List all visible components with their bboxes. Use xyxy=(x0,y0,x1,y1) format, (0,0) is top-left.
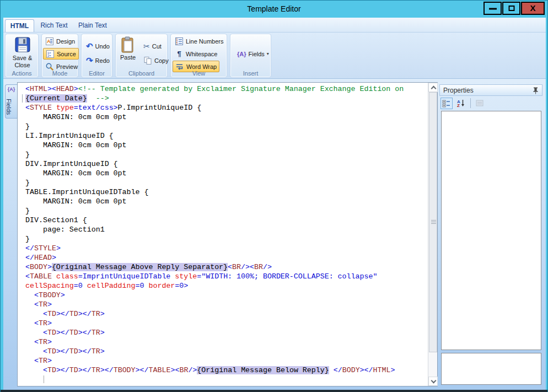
code-line: TABLE.ImprintUniqueIDTable { xyxy=(25,187,428,197)
code-line: } xyxy=(25,206,428,216)
whitespace-button[interactable]: ¶ Whitespace xyxy=(173,48,219,60)
fields-icon: {A} xyxy=(237,51,246,57)
code-content: <HTML><HEAD><!-- Template generated by E… xyxy=(18,83,428,386)
line-numbers-button[interactable]: 1 2 3 Line Numbers xyxy=(173,35,225,47)
undo-button[interactable]: ↶ Undo xyxy=(84,40,112,52)
code-line: </STYLE> xyxy=(25,244,428,253)
code-line: <TABLE class=ImprintUniqueIDTable style=… xyxy=(25,272,428,281)
code-line: <TR> xyxy=(25,337,428,347)
maximize-icon xyxy=(508,6,514,11)
redo-label: Redo xyxy=(95,57,110,64)
source-button[interactable]: 1= 2= Source xyxy=(43,48,79,60)
categorized-button[interactable] xyxy=(440,98,453,109)
code-line: } xyxy=(25,122,428,131)
code-line: <TD></TD></TR></TBODY></TABLE><BR/>{Orig… xyxy=(25,366,428,375)
scroll-up-button[interactable] xyxy=(428,83,438,92)
code-line: </HEAD> xyxy=(25,253,428,262)
window-title: Template Editor xyxy=(1,1,547,17)
alphabetical-button[interactable]: A Z xyxy=(455,98,467,109)
properties-toolbar: A Z xyxy=(439,96,542,111)
design-button[interactable]: A Design xyxy=(43,35,77,47)
tab-html[interactable]: HTML xyxy=(5,19,34,32)
text-caret xyxy=(44,375,44,383)
copy-button[interactable]: Copy xyxy=(141,55,171,66)
whitespace-icon: ¶ xyxy=(175,50,184,58)
svg-text:2=: 2= xyxy=(47,54,51,58)
preview-label: Preview xyxy=(56,63,78,70)
properties-grid[interactable] xyxy=(441,111,541,350)
cut-button[interactable]: ✂ Cut xyxy=(141,40,164,52)
scroll-thumb[interactable] xyxy=(429,92,437,352)
template-editor-window: Template Editor X HTML Rich Text Plain T… xyxy=(0,0,548,392)
whitespace-label: Whitespace xyxy=(186,51,217,57)
maximize-button[interactable] xyxy=(502,2,520,15)
ribbon-group-actions: Save & Close Actions xyxy=(5,34,39,78)
code-line: } xyxy=(25,234,428,244)
redo-button[interactable]: ↷ Redo xyxy=(84,55,112,66)
code-line: <TR> xyxy=(25,319,428,328)
ribbon: Save & Close Actions A Design xyxy=(3,32,546,79)
code-line: cellSpacing=0 cellPadding=0 border=0> xyxy=(25,281,428,291)
code-line: <TR> xyxy=(25,300,428,309)
save-close-button[interactable]: Save & Close xyxy=(6,36,39,69)
cut-icon: ✂ xyxy=(143,42,150,51)
tab-rich-text[interactable]: Rich Text xyxy=(37,19,71,32)
svg-text:Z: Z xyxy=(457,103,460,108)
pin-icon[interactable] xyxy=(533,87,538,94)
editor-vertical-scrollbar[interactable] xyxy=(428,83,437,386)
design-label: Design xyxy=(56,38,75,45)
code-line: } xyxy=(25,150,428,159)
group-label-view: View xyxy=(171,70,227,77)
fields-button[interactable]: {A} Fields ▾ xyxy=(235,48,271,60)
code-line: <TD></TD></TR> xyxy=(25,347,428,356)
chevron-up-icon xyxy=(431,86,437,92)
code-line: <TR> xyxy=(25,356,428,366)
minimize-button[interactable] xyxy=(483,2,502,15)
fields-tab-icon: {A} xyxy=(6,87,17,92)
scroll-down-button[interactable] xyxy=(428,377,438,386)
group-label-clipboard: Clipboard xyxy=(116,70,167,77)
ribbon-group-insert: {A} Fields ▾ Insert xyxy=(230,34,271,78)
group-label-insert: Insert xyxy=(230,70,271,77)
group-label-editor: Editor xyxy=(82,70,112,77)
paste-button[interactable]: Paste xyxy=(117,36,139,61)
title-bar: Template Editor X xyxy=(1,1,547,18)
save-icon xyxy=(14,36,31,53)
ribbon-group-editor: ↶ Undo ↷ Redo Editor xyxy=(81,34,112,78)
code-line: page: Section1 xyxy=(25,225,428,234)
undo-icon: ↶ xyxy=(86,41,93,51)
toolbar-separator xyxy=(470,98,471,108)
save-close-label: Save & Close xyxy=(9,55,36,69)
tab-plain-text[interactable]: Plain Text xyxy=(74,19,111,32)
code-line: MARGIN: 0cm 0cm 0pt xyxy=(25,169,428,178)
code-line: <TD></TD></TR> xyxy=(25,328,428,337)
scroll-thumb-grip xyxy=(431,220,436,224)
source-label: Source xyxy=(57,51,76,57)
code-line: <TBODY> xyxy=(25,291,428,300)
code-line: MARGIN: 0cm 0cm 0pt xyxy=(25,112,428,122)
minimize-icon xyxy=(489,8,497,10)
copy-label: Copy xyxy=(154,57,169,64)
ribbon-group-view: 1 2 3 Line Numbers ¶ Whitespace xyxy=(170,34,227,78)
code-line: MARGIN: 0cm 0cm 0pt xyxy=(25,141,428,150)
paste-label: Paste xyxy=(120,54,136,61)
copy-icon xyxy=(143,56,152,65)
chevron-down-icon xyxy=(431,378,437,384)
wrap-marker xyxy=(22,94,23,103)
ribbon-group-clipboard: Paste ✂ Cut Copy Clipboard xyxy=(115,34,168,78)
window-bottom-edge xyxy=(1,390,547,392)
line-numbers-label: Line Numbers xyxy=(186,38,223,45)
code-line: {Current Date} --> xyxy=(25,94,428,103)
close-icon: X xyxy=(522,3,544,13)
properties-title: Properties xyxy=(443,87,474,94)
fields-label: Fields xyxy=(249,51,265,57)
source-icon: 1= 2= xyxy=(46,50,55,58)
ribbon-tab-strip: HTML Rich Text Plain Text xyxy=(3,18,546,32)
code-editor[interactable]: <HTML><HEAD><!-- Template generated by E… xyxy=(17,82,438,386)
code-line: <BODY>{Original Message Above Reply Sepa… xyxy=(25,262,428,272)
fields-side-tab[interactable]: {A} Fields xyxy=(5,84,17,119)
word-wrap-label: Word Wrap xyxy=(186,63,217,70)
property-pages-button xyxy=(474,98,486,109)
properties-header: Properties xyxy=(439,84,542,96)
close-button[interactable]: X xyxy=(521,2,545,15)
